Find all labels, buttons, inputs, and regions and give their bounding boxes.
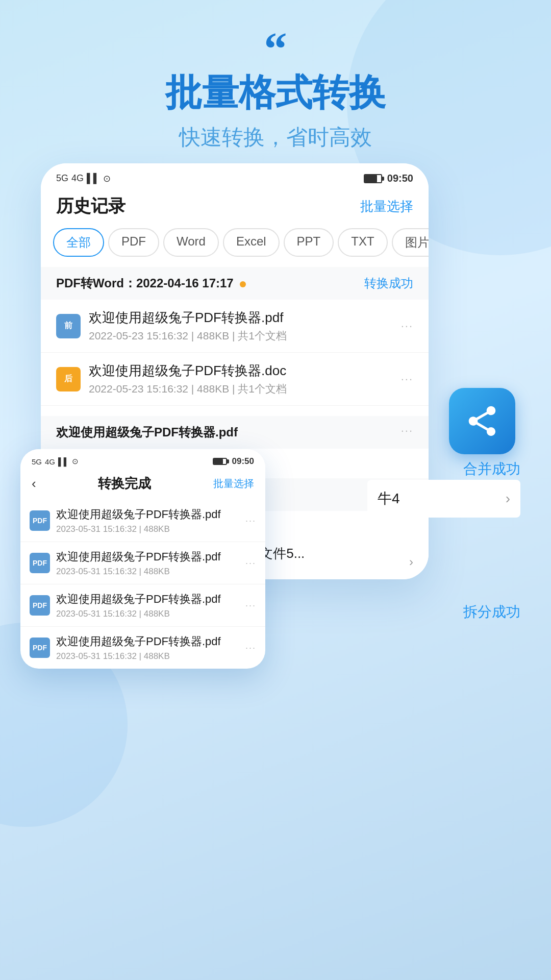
section-header-merge: 欢迎使用超级兔子PDF转换器.pdf ··· bbox=[41, 416, 429, 449]
tab-word[interactable]: Word bbox=[163, 228, 219, 257]
secondary-badge-3: PDF bbox=[30, 595, 50, 616]
tab-txt[interactable]: TXT bbox=[338, 228, 387, 257]
secondary-file-more-2[interactable]: ··· bbox=[245, 558, 256, 569]
sec-signal-bars: ▌▌ bbox=[58, 457, 69, 466]
hero-quote-mark: “ bbox=[20, 31, 531, 67]
result-chevron[interactable]: › bbox=[409, 555, 413, 569]
secondary-file-more-4[interactable]: ··· bbox=[245, 643, 256, 653]
secondary-file-info-1: 欢迎使用超级兔子PDF转换器.pdf 2023-05-31 15:16:32 |… bbox=[56, 507, 239, 534]
file-item-post: 后 欢迎使用超级兔子PDF转换器.doc 2022-05-23 15:16:32… bbox=[41, 353, 429, 406]
signal-4g: 4G bbox=[71, 173, 84, 184]
tab-all[interactable]: 全部 bbox=[53, 228, 104, 257]
secondary-badge-4: PDF bbox=[30, 638, 50, 658]
secondary-batch-select[interactable]: 批量选择 bbox=[213, 477, 254, 491]
main-statusbar: 5G 4G ▌▌ ⊙ 09:50 bbox=[41, 163, 429, 189]
file-item-pre: 前 欢迎使用超级兔子PDF转换器.pdf 2022-05-23 15:16:32… bbox=[41, 300, 429, 353]
right-item-row: 牛4 › bbox=[367, 480, 520, 518]
main-phone-title: 历史记录 bbox=[56, 194, 126, 218]
secondary-file-meta-1: 2023-05-31 15:16:32 | 488KB bbox=[56, 524, 239, 534]
tab-image[interactable]: 图片 bbox=[392, 228, 429, 257]
secondary-file-meta-3: 2023-05-31 15:16:32 | 488KB bbox=[56, 609, 239, 619]
share-action-fab[interactable] bbox=[449, 388, 515, 454]
file-info-post: 欢迎使用超级兔子PDF转换器.doc 2022-05-23 15:16:32 |… bbox=[89, 362, 393, 396]
secondary-file-info-2: 欢迎使用超级兔子PDF转换器.pdf 2023-05-31 15:16:32 |… bbox=[56, 549, 239, 577]
share-icon bbox=[464, 403, 500, 439]
right-item-name: 牛4 bbox=[378, 489, 400, 508]
tab-pdf[interactable]: PDF bbox=[108, 228, 159, 257]
secondary-file-name-4: 欢迎使用超级兔子PDF转换器.pdf bbox=[56, 634, 239, 649]
secondary-phone-header: ‹ 转换完成 批量选择 bbox=[20, 471, 265, 500]
secondary-battery-icon bbox=[213, 458, 227, 465]
secondary-phone-mockup: 5G 4G ▌▌ ⊙ 09:50 ‹ 转换完成 批量选择 PDF 欢迎使用超级兔… bbox=[20, 449, 265, 669]
file-name-pre: 欢迎使用超级兔子PDF转换器.pdf bbox=[89, 309, 393, 327]
merge-section-title: 欢迎使用超级兔子PDF转换器.pdf bbox=[56, 424, 238, 440]
hero-section: “ 批量格式转换 快速转换，省时高效 bbox=[0, 0, 551, 172]
secondary-file-item-2: PDF 欢迎使用超级兔子PDF转换器.pdf 2023-05-31 15:16:… bbox=[20, 542, 265, 584]
secondary-status-time: 09:50 bbox=[213, 456, 254, 467]
file-badge-pre: 前 bbox=[56, 314, 81, 338]
main-phone-header: 历史记录 批量选择 bbox=[41, 189, 429, 228]
secondary-file-item-1: PDF 欢迎使用超级兔子PDF转换器.pdf 2023-05-31 15:16:… bbox=[20, 500, 265, 542]
sec-wifi-icon: ⊙ bbox=[72, 457, 79, 466]
file-info-pre: 欢迎使用超级兔子PDF转换器.pdf 2022-05-23 15:16:32 |… bbox=[89, 309, 393, 343]
secondary-file-name-3: 欢迎使用超级兔子PDF转换器.pdf bbox=[56, 592, 239, 607]
tab-ppt[interactable]: PPT bbox=[284, 228, 334, 257]
hero-subtitle: 快速转换，省时高效 bbox=[20, 123, 531, 152]
right-panel-item-bull4: 牛4 › bbox=[367, 480, 520, 518]
notification-dot bbox=[240, 281, 246, 287]
secondary-badge-2: PDF bbox=[30, 553, 50, 573]
wifi-icon: ⊙ bbox=[103, 173, 111, 184]
file-name-post: 欢迎使用超级兔子PDF转换器.doc bbox=[89, 362, 393, 380]
signal-bars: ▌▌ bbox=[87, 173, 100, 184]
file-meta-pre: 2022-05-23 15:16:32 | 488KB | 共1个文档 bbox=[89, 329, 393, 343]
secondary-file-name-1: 欢迎使用超级兔子PDF转换器.pdf bbox=[56, 507, 239, 522]
secondary-file-name-2: 欢迎使用超级兔子PDF转换器.pdf bbox=[56, 549, 239, 565]
right-item-chevron[interactable]: › bbox=[506, 491, 510, 507]
secondary-time: 09:50 bbox=[232, 456, 254, 467]
battery-icon bbox=[364, 174, 382, 183]
status-time: 09:50 bbox=[387, 173, 413, 184]
back-button[interactable]: ‹ bbox=[32, 476, 36, 492]
secondary-file-more-3[interactable]: ··· bbox=[245, 600, 256, 611]
secondary-file-item-4: PDF 欢迎使用超级兔子PDF转换器.pdf 2023-05-31 15:16:… bbox=[20, 627, 265, 669]
file-more-icon-pre[interactable]: ··· bbox=[401, 320, 413, 333]
secondary-statusbar: 5G 4G ▌▌ ⊙ 09:50 bbox=[20, 449, 265, 471]
batch-select-button[interactable]: 批量选择 bbox=[360, 198, 413, 215]
secondary-status-signals: 5G 4G ▌▌ ⊙ bbox=[32, 457, 79, 466]
secondary-file-info-3: 欢迎使用超级兔子PDF转换器.pdf 2023-05-31 15:16:32 |… bbox=[56, 592, 239, 619]
section-header-title: PDF转Word：2022-04-16 17:17 bbox=[56, 275, 246, 291]
file-badge-post: 后 bbox=[56, 367, 81, 391]
status-time-battery: 09:50 bbox=[364, 173, 413, 184]
sec-signal-5g: 5G bbox=[32, 457, 42, 466]
tab-excel[interactable]: Excel bbox=[223, 228, 280, 257]
secondary-file-meta-4: 2023-05-31 15:16:32 | 488KB bbox=[56, 651, 239, 662]
secondary-phone-title: 转换完成 bbox=[98, 475, 151, 493]
merge-more-icon[interactable]: ··· bbox=[401, 424, 413, 440]
file-more-icon-post[interactable]: ··· bbox=[401, 373, 413, 386]
sec-signal-4g: 4G bbox=[45, 457, 55, 466]
secondary-badge-1: PDF bbox=[30, 510, 50, 531]
hero-title: 批量格式转换 bbox=[20, 72, 531, 113]
secondary-file-item-3: PDF 欢迎使用超级兔子PDF转换器.pdf 2023-05-31 15:16:… bbox=[20, 584, 265, 627]
section-header-pdf-word: PDF转Word：2022-04-16 17:17 转换成功 bbox=[41, 267, 429, 300]
signal-5g: 5G bbox=[56, 173, 68, 184]
secondary-file-more-1[interactable]: ··· bbox=[245, 516, 256, 526]
filter-tabs: 全部 PDF Word Excel PPT TXT 图片 bbox=[41, 228, 429, 267]
status-signals: 5G 4G ▌▌ ⊙ bbox=[56, 173, 111, 184]
secondary-file-meta-2: 2023-05-31 15:16:32 | 488KB bbox=[56, 567, 239, 577]
file-meta-post: 2022-05-23 15:16:32 | 488KB | 共1个文档 bbox=[89, 382, 393, 396]
merge-success-label: 合并成功 bbox=[463, 459, 520, 479]
section-convert-success: 转换成功 bbox=[364, 275, 413, 291]
split-success-label: 拆分成功 bbox=[463, 602, 520, 622]
secondary-file-info-4: 欢迎使用超级兔子PDF转换器.pdf 2023-05-31 15:16:32 |… bbox=[56, 634, 239, 662]
